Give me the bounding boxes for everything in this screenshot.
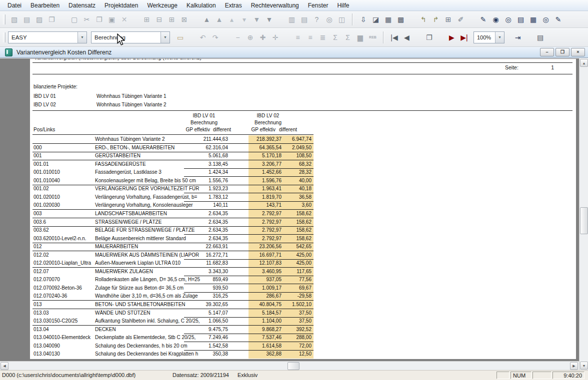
edit-report-icon[interactable]: ✎ (477, 13, 490, 25)
chevron-down-icon[interactable]: ▼ (160, 32, 170, 43)
numbering-icon[interactable]: ≣ (316, 31, 329, 43)
add-row-icon[interactable]: ✚ (256, 31, 269, 43)
toolbar-grip-2[interactable] (3, 32, 6, 42)
copy-page-icon[interactable]: ❐ (423, 31, 436, 43)
chevron-down-icon[interactable]: ▼ (495, 32, 504, 43)
export-image-icon[interactable]: ▧ (8, 13, 20, 25)
scroll-up-icon[interactable]: ▲ (580, 59, 588, 67)
menu-item-kalkulation[interactable]: Kalkulation (182, 0, 220, 11)
restore-button[interactable]: ❐ (556, 48, 570, 56)
first-page-icon[interactable]: |◀ (388, 31, 400, 43)
next-page-icon[interactable]: ▶ (446, 31, 458, 43)
toolbar-grip[interactable] (3, 14, 6, 24)
move-first-icon[interactable]: ▲ (200, 13, 213, 25)
approve-dataset-icon[interactable]: ▩ (394, 13, 407, 25)
scroll-right-icon[interactable]: ▶ (570, 362, 578, 370)
menu-item-bearbeiten[interactable]: Bearbeiten (26, 0, 64, 11)
help-icon[interactable]: ? (310, 13, 323, 25)
row-gp-variant1: 2.634,35 (160, 211, 228, 216)
chart-icon[interactable]: ▆ (354, 31, 366, 43)
mode-combo[interactable]: Berechnung ▼ (91, 31, 170, 43)
row-pos: 012.02 (34, 252, 49, 258)
scroll-down-icon[interactable]: ▼ (580, 362, 588, 370)
remove-row-icon[interactable]: − (232, 31, 244, 43)
view-image-icon[interactable]: ▨ (33, 13, 46, 25)
menu-item-datei[interactable]: Datei (3, 0, 26, 11)
insert-branch-icon[interactable]: ⊠ (178, 13, 190, 25)
row-gp-variant1: 2.634,35 (160, 219, 228, 225)
export-data-icon[interactable]: ◪ (370, 13, 382, 25)
search-document-icon[interactable]: ◎ (502, 13, 514, 25)
zoom-document-icon[interactable]: ◉ (490, 13, 502, 25)
move-down-icon[interactable]: ▾ (238, 13, 250, 25)
insert-title-icon[interactable]: ⊞ (166, 13, 178, 25)
row-pos: 013.040010-Elementdeck (34, 335, 90, 340)
scroll-left-icon[interactable]: ◀ (0, 362, 8, 370)
copy-icon[interactable]: ❐ (93, 13, 106, 25)
toolbar-gap (276, 19, 286, 20)
annotate-icon[interactable]: ✎ (552, 13, 564, 25)
import-data-icon[interactable]: ⇩ (357, 13, 370, 25)
tile-windows-icon[interactable]: ⊞ (442, 13, 454, 25)
new-document-icon[interactable]: ▢ (68, 13, 80, 25)
search-icon[interactable]: ◎ (323, 13, 336, 25)
layout-combo[interactable]: EASY ▼ (8, 31, 87, 43)
row-difference: 542,65 (282, 244, 312, 249)
insert-position-icon[interactable]: ⊞ (140, 13, 153, 25)
print-page-icon[interactable]: ▤ (534, 31, 546, 43)
insert-sub-position-icon[interactable]: ⊟ (153, 13, 166, 25)
insert-row-icon[interactable]: ⊕ (244, 31, 256, 43)
jump-forward-icon[interactable]: ↱ (430, 13, 442, 25)
chevron-down-icon[interactable]: ▼ (78, 32, 86, 43)
delete-icon[interactable]: ✕ (118, 13, 130, 25)
jump-back-icon[interactable]: ↰ (417, 13, 430, 25)
open-document-icon[interactable]: ▤ (514, 13, 527, 25)
toolbar-report-icons-b: ⇥▤ (512, 31, 546, 43)
edit-memo-icon[interactable]: ▤ (20, 13, 33, 25)
outline-demote-icon[interactable]: ≡ (304, 31, 316, 43)
move-page-up-icon[interactable]: ▲ (213, 13, 226, 25)
menu-item-extras[interactable]: Extras (220, 0, 246, 11)
table-view-icon[interactable]: ▦ (527, 13, 540, 25)
copy-structure-icon[interactable]: ❐ (46, 13, 58, 25)
row-gp-variant1: 11.682,83 (160, 260, 228, 266)
zoom-combo[interactable]: 100% ▼ (474, 31, 504, 43)
vertical-scrollbar-thumb[interactable] (580, 207, 588, 234)
paste-icon[interactable]: ▣ (106, 13, 118, 25)
vertical-scrollbar[interactable]: ▲ ▼ (579, 58, 588, 370)
undo-icon[interactable]: ↶ (196, 31, 209, 43)
move-last-icon[interactable]: ▼ (263, 13, 276, 25)
redo-icon[interactable]: ↷ (209, 31, 222, 43)
row-desc: DECKEN (95, 327, 116, 332)
print-preview-icon[interactable]: ▥ (286, 13, 298, 25)
menu-item-rechteverwaltung[interactable]: Rechteverwaltung (246, 0, 304, 11)
open-folder-icon[interactable]: ▭ (174, 31, 186, 43)
horizontal-scrollbar-thumb[interactable] (288, 362, 300, 370)
move-page-down-icon[interactable]: ▼ (250, 13, 263, 25)
minimize-button[interactable]: – (540, 48, 554, 56)
outline-promote-icon[interactable]: ≡ (292, 31, 304, 43)
horizontal-scrollbar[interactable]: ◀ ▶ (0, 361, 579, 370)
previous-page-icon[interactable]: ◀ (400, 31, 413, 43)
pin-window-icon[interactable]: ✐ (454, 13, 467, 25)
menu-item-fenster[interactable]: Fenster (304, 0, 333, 11)
row-difference: 425,00 (282, 252, 312, 258)
split-view-icon[interactable]: ◫ (336, 13, 348, 25)
last-page-icon[interactable]: ▶| (458, 31, 470, 43)
reb-icon[interactable]: REB (366, 31, 379, 43)
edit-dataset-icon[interactable]: ▦ (382, 13, 394, 25)
menu-item-projektdaten[interactable]: Projektdaten (100, 0, 142, 11)
menu-item-werkzeuge[interactable]: Werkzeuge (142, 0, 182, 11)
print-icon[interactable]: ▤ (298, 13, 310, 25)
cut-icon[interactable]: ✂ (80, 13, 93, 25)
add-group-icon[interactable]: ✛ (269, 31, 282, 43)
close-button[interactable]: × (571, 48, 585, 56)
sum-positions-icon[interactable]: Σ (329, 31, 342, 43)
move-up-icon[interactable]: ▴ (226, 13, 238, 25)
close-preview-icon[interactable]: ⇥ (512, 31, 524, 43)
menu-item-datensatz[interactable]: Datensatz (64, 0, 100, 11)
sum-icon[interactable]: Σ (342, 31, 354, 43)
menu-item-hilfe[interactable]: Hilfe (332, 0, 354, 11)
row-gp-variant1: 1.424,34 (160, 169, 228, 175)
find-record-icon[interactable]: ◎ (540, 13, 552, 25)
